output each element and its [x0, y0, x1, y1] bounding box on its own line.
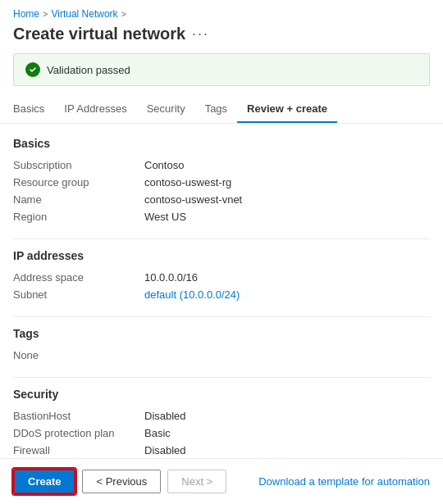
field-firewall: Firewall Disabled: [13, 442, 430, 459]
field-value-subnet[interactable]: default (10.0.0.0/24): [144, 288, 240, 301]
field-region: Region West US: [13, 208, 430, 225]
tab-tags[interactable]: Tags: [195, 96, 237, 123]
ip-addresses-section: IP addresses Address space 10.0.0.0/16 S…: [13, 249, 430, 303]
tab-basics[interactable]: Basics: [13, 96, 54, 123]
field-value-subscription: Contoso: [144, 159, 184, 171]
field-label-tags-none: None: [13, 349, 144, 361]
ip-addresses-section-title: IP addresses: [13, 249, 430, 262]
field-value-ddos-plan: Basic: [144, 427, 171, 439]
divider-3: [13, 377, 430, 378]
field-value-region: West US: [144, 211, 186, 223]
tags-section: Tags None: [13, 327, 430, 364]
field-name: Name contoso-uswest-vnet: [13, 191, 430, 208]
field-label-firewall: Firewall: [13, 444, 144, 456]
download-template-link[interactable]: Download a template for automation: [258, 475, 430, 488]
tags-section-title: Tags: [13, 327, 430, 340]
tab-security[interactable]: Security: [137, 96, 195, 123]
create-button[interactable]: Create: [13, 469, 75, 494]
divider-2: [13, 316, 430, 317]
field-resource-group: Resource group contoso-uswest-rg: [13, 174, 430, 191]
field-label-subscription: Subscription: [13, 159, 144, 171]
field-tags-none: None: [13, 347, 430, 364]
field-label-address-space: Address space: [13, 271, 144, 284]
field-label-region: Region: [13, 211, 144, 223]
field-value-address-space: 10.0.0.0/16: [144, 271, 198, 284]
field-subscription: Subscription Contoso: [13, 157, 430, 174]
field-value-bastion-host: Disabled: [144, 410, 186, 422]
content-area: Basics Subscription Contoso Resource gro…: [0, 124, 443, 459]
page-title: Create virtual network: [13, 25, 185, 43]
validation-icon: [25, 62, 40, 77]
field-value-firewall: Disabled: [144, 444, 186, 456]
field-label-ddos-plan: DDoS protection plan: [13, 427, 144, 439]
next-button: Next >: [167, 470, 226, 493]
field-ddos-plan: DDoS protection plan Basic: [13, 425, 430, 442]
breadcrumb-virtual-network[interactable]: Virtual Network: [51, 8, 117, 20]
breadcrumb-home[interactable]: Home: [13, 8, 39, 20]
page-header: Create virtual network ···: [0, 23, 443, 53]
field-label-subnet: Subnet: [13, 288, 144, 301]
field-label-bastion-host: BastionHost: [13, 410, 144, 422]
tab-review-create[interactable]: Review + create: [237, 96, 337, 123]
security-section: Security BastionHost Disabled DDoS prote…: [13, 388, 430, 459]
tab-ip-addresses[interactable]: IP Addresses: [54, 96, 136, 123]
field-bastion-host: BastionHost Disabled: [13, 407, 430, 425]
field-value-resource-group: contoso-uswest-rg: [144, 176, 231, 188]
field-label-resource-group: Resource group: [13, 176, 144, 188]
breadcrumb-chevron-2: >: [121, 9, 126, 19]
basics-section-title: Basics: [13, 137, 430, 150]
validation-banner: Validation passed: [13, 53, 430, 86]
footer: Create < Previous Next > Download a temp…: [0, 458, 443, 504]
basics-section: Basics Subscription Contoso Resource gro…: [13, 137, 430, 225]
breadcrumb: Home > Virtual Network >: [0, 0, 443, 23]
field-address-space: Address space 10.0.0.0/16: [13, 269, 430, 286]
field-subnet: Subnet default (10.0.0.0/24): [13, 286, 430, 303]
previous-button[interactable]: < Previous: [82, 470, 161, 493]
divider-1: [13, 238, 430, 239]
tabs-container: Basics IP Addresses Security Tags Review…: [0, 96, 443, 124]
validation-text: Validation passed: [47, 64, 130, 76]
field-label-name: Name: [13, 193, 144, 206]
field-value-name: contoso-uswest-vnet: [144, 193, 242, 206]
breadcrumb-chevron-1: >: [43, 9, 48, 19]
more-options-button[interactable]: ···: [192, 25, 209, 43]
security-section-title: Security: [13, 388, 430, 401]
